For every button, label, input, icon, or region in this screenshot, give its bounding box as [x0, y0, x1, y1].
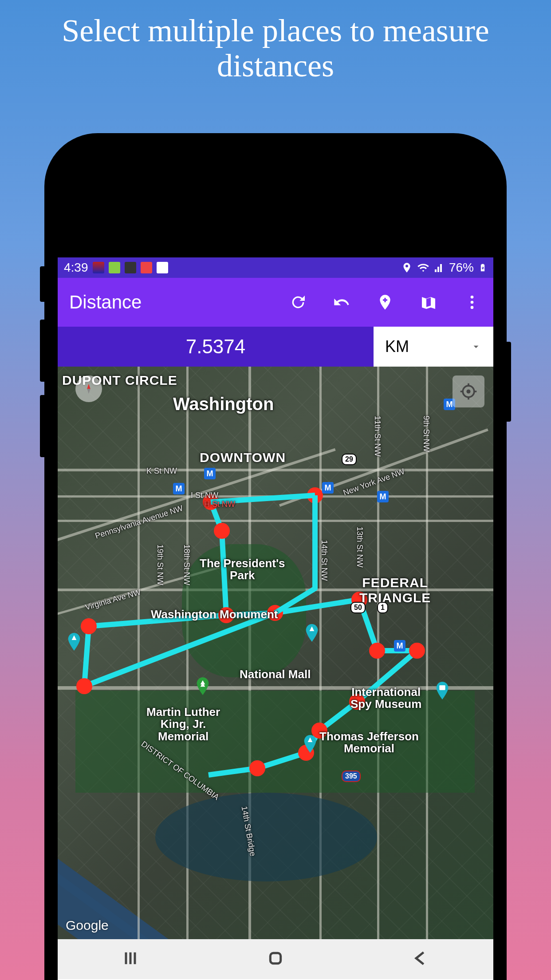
- metro-marker: M: [322, 482, 334, 494]
- map-street-label: H St NW: [204, 500, 235, 509]
- map-poi-label: Martin Luther King, Jr. Memorial: [146, 706, 220, 743]
- overflow-button[interactable]: [462, 292, 482, 312]
- svg-point-8: [76, 678, 92, 694]
- more-vert-icon: [463, 293, 481, 311]
- poi-pin-icon: [195, 677, 210, 695]
- svg-point-1: [471, 301, 474, 304]
- refresh-icon: [289, 293, 307, 311]
- status-app-icon: [125, 262, 136, 273]
- unit-label: KM: [385, 337, 409, 356]
- status-app-icon: [93, 262, 104, 273]
- map-area-label: FEDERALTRIANGLE: [359, 575, 431, 605]
- compass-icon: [82, 382, 95, 395]
- map-street-label: 13th St NW: [355, 527, 364, 568]
- svg-point-11: [369, 643, 385, 659]
- metro-marker: M: [173, 483, 185, 494]
- status-time: 4:39: [64, 261, 88, 275]
- measurement-bar: 7.5374 KM: [58, 327, 493, 367]
- svg-rect-20: [270, 953, 280, 963]
- wifi-icon: [417, 261, 429, 274]
- map-poi-label: International Spy Museum: [350, 686, 421, 711]
- recents-button[interactable]: [122, 949, 139, 969]
- map-street-label: 19th St NW: [155, 545, 165, 585]
- map-poi-label: National Mall: [240, 668, 311, 680]
- back-button[interactable]: [412, 949, 429, 969]
- app-bar: Distance: [58, 278, 493, 327]
- svg-point-16: [249, 760, 265, 776]
- back-icon: [412, 949, 429, 967]
- add-location-icon: [376, 293, 394, 311]
- map-view[interactable]: DUPONT CIRCLE Washington DOWNTOWN FEDERA…: [58, 367, 493, 939]
- map-street-label: I St NW: [191, 491, 218, 500]
- unit-selector[interactable]: KM: [374, 327, 493, 367]
- poi-pin-icon: [435, 682, 450, 699]
- home-icon: [267, 949, 284, 967]
- undo-button[interactable]: [332, 292, 351, 312]
- svg-point-2: [471, 306, 474, 309]
- svg-point-4: [214, 523, 230, 539]
- crosshair-icon: [459, 382, 478, 401]
- status-bar: 4:39 76%: [58, 257, 493, 278]
- svg-point-12: [409, 643, 425, 659]
- status-app-icon: [109, 262, 120, 273]
- app-title: Distance: [69, 292, 142, 313]
- map-poi-label: Washington Monument: [151, 609, 278, 620]
- map-city-label: Washington: [173, 394, 274, 414]
- map-type-button[interactable]: [419, 292, 438, 312]
- metro-marker: M: [377, 491, 389, 502]
- highway-shield: 50: [350, 602, 366, 613]
- my-location-button[interactable]: [453, 375, 484, 407]
- poi-pin-icon: [304, 624, 319, 642]
- compass-button[interactable]: [75, 375, 102, 402]
- status-app-icon: [141, 262, 152, 273]
- map-area-label: DOWNTOWN: [200, 450, 286, 465]
- highway-shield: 29: [342, 454, 357, 465]
- map-poi-label: The President's Park: [200, 557, 285, 582]
- svg-point-19: [466, 389, 470, 393]
- chevron-down-icon: [470, 341, 482, 352]
- recents-icon: [122, 949, 139, 967]
- refresh-button[interactable]: [288, 292, 308, 312]
- undo-icon: [333, 293, 350, 311]
- highway-shield: 1: [377, 602, 388, 613]
- signal-icon: [434, 262, 445, 273]
- add-place-button[interactable]: [375, 292, 395, 312]
- svg-point-7: [81, 618, 97, 634]
- map-poi-label: Thomas Jefferson Memorial: [319, 731, 419, 755]
- phone-frame: 4:39 76% Distance: [44, 133, 507, 980]
- map-icon: [420, 293, 437, 311]
- map-attribution: Google: [66, 918, 109, 933]
- highway-shield: 395: [342, 771, 361, 782]
- metro-marker: M: [204, 468, 216, 479]
- location-icon: [401, 262, 413, 273]
- metro-marker: M: [394, 640, 405, 652]
- map-street-label: 14th St NW: [319, 540, 329, 581]
- poi-pin-icon: [303, 735, 318, 753]
- home-button[interactable]: [267, 949, 284, 969]
- map-street-label: 9th St NW: [421, 416, 431, 452]
- map-street-label: 11th St NW: [373, 416, 382, 457]
- battery-icon: [478, 261, 487, 274]
- status-app-icon: [157, 262, 168, 273]
- phone-screen: 4:39 76% Distance: [58, 257, 493, 980]
- map-street-label: K St NW: [146, 466, 177, 476]
- svg-rect-17: [439, 685, 445, 690]
- map-street-label: 18th St NW: [182, 545, 191, 585]
- distance-value: 7.5374: [58, 327, 374, 367]
- system-nav-bar: [58, 939, 493, 979]
- poi-pin-icon: [67, 633, 82, 651]
- status-battery: 76%: [449, 261, 474, 275]
- promo-title: Select multiple places to measure distan…: [0, 0, 551, 83]
- svg-point-0: [471, 296, 474, 299]
